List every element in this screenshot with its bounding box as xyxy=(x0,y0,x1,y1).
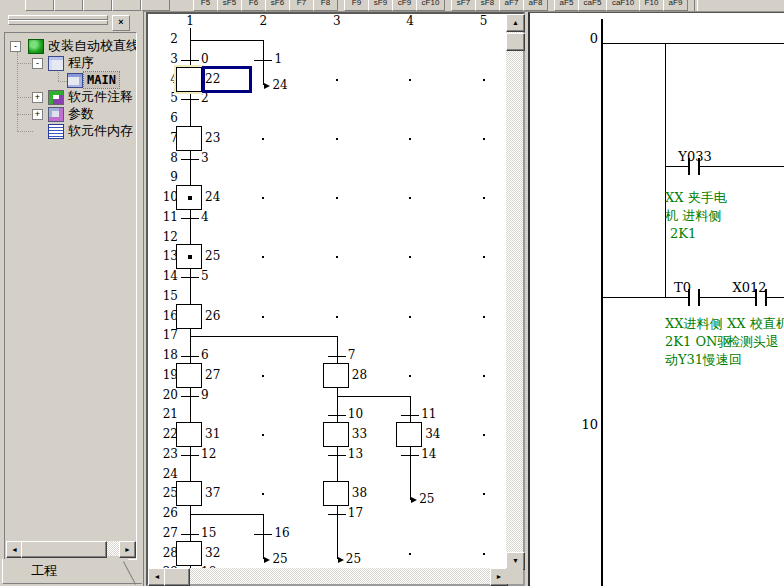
project-panel: × -改装自动校直线-程序MAIN+软元件注释+参数软元件内存 ◄ ► 工程 xyxy=(0,11,144,586)
scrollbar-thumb[interactable] xyxy=(21,541,107,558)
sfc-transition[interactable] xyxy=(328,356,346,357)
sfc-transition[interactable] xyxy=(401,415,419,416)
sfc-step-label: 33 xyxy=(352,427,367,441)
sfc-step-box[interactable] xyxy=(323,422,349,447)
sfc-transition[interactable] xyxy=(181,218,199,219)
toolbar-icon-button[interactable] xyxy=(25,0,54,11)
sfc-transition[interactable] xyxy=(328,514,346,515)
sfc-empty-cell-dot xyxy=(483,553,485,555)
sfc-step-box[interactable] xyxy=(396,422,422,447)
toolbar-fkey-button-F7[interactable]: F7 xyxy=(289,0,314,11)
toolbar-fkey-button-sF6[interactable]: sF6 xyxy=(265,0,290,11)
sfc-transition[interactable] xyxy=(401,455,419,456)
scrollbar-track[interactable] xyxy=(506,14,523,568)
sfc-col-label: 2 xyxy=(253,14,273,28)
ladder-editor-window[interactable]: 0 10 Y033 XX 夹手电 机 进料侧 2K1 T0 X012 XX进料侧… xyxy=(528,12,784,586)
sfc-row-label: 16 xyxy=(156,309,178,323)
sfc-transition[interactable] xyxy=(181,396,199,397)
sfc-step-box[interactable] xyxy=(323,363,349,388)
tree-expander-icon[interactable]: - xyxy=(10,41,21,52)
toolbar-fkey-button-F6[interactable]: F6 xyxy=(241,0,266,11)
toolbar-icon-button[interactable] xyxy=(112,0,141,11)
sfc-jump-arrow-icon[interactable] xyxy=(411,497,417,503)
toolbar-fkey-button-caF5[interactable]: caF5 xyxy=(578,0,607,11)
sfc-transition[interactable] xyxy=(181,159,199,160)
sfc-row-label: 6 xyxy=(156,111,178,125)
tree-item-node[interactable]: 软元件内存 xyxy=(65,123,136,139)
panel-grip-handle[interactable] xyxy=(8,20,108,25)
toolbar-fkey-button-sF9[interactable]: sF9 xyxy=(368,0,393,11)
toolbar-icon-button[interactable] xyxy=(83,0,112,11)
sfc-empty-cell-dot xyxy=(262,197,264,199)
tree-item-root[interactable]: 改装自动校直线 xyxy=(45,38,137,54)
sfc-transition[interactable] xyxy=(181,99,199,100)
sfc-transition[interactable] xyxy=(254,534,272,535)
sfc-step-box[interactable] xyxy=(323,481,349,506)
sfc-step-box[interactable] xyxy=(176,126,202,151)
sfc-step-box[interactable] xyxy=(176,422,202,447)
toolbar-fkey-button-F9[interactable]: F9 xyxy=(344,0,369,11)
sfc-empty-cell-dot xyxy=(483,197,485,199)
tree-expander-icon[interactable]: - xyxy=(32,58,43,69)
sfc-row-label: 12 xyxy=(156,230,178,244)
scroll-right-icon[interactable]: ► xyxy=(119,541,136,558)
toolbar-icon-button[interactable] xyxy=(54,0,83,11)
toolbar-fkey-button-caF10[interactable]: caF10 xyxy=(606,0,640,11)
toolbar-icon-button[interactable] xyxy=(141,0,170,11)
sfc-empty-cell-dot xyxy=(409,553,411,555)
sfc-transition[interactable] xyxy=(254,60,272,61)
sfc-transition-label: 13 xyxy=(348,447,363,461)
tree-connector xyxy=(58,81,67,82)
ladder-rung-line xyxy=(601,43,784,44)
sfc-transition-label: 3 xyxy=(201,151,209,165)
toolbar-fkey-button-aF9[interactable]: aF9 xyxy=(663,0,688,11)
close-icon[interactable]: × xyxy=(112,15,130,31)
sfc-transition[interactable] xyxy=(181,356,199,357)
toolbar-fkey-button-cF10[interactable]: cF10 xyxy=(416,0,445,11)
toolbar-fkey-button-sF7[interactable]: sF7 xyxy=(451,0,476,11)
sfc-step-box[interactable] xyxy=(176,541,202,566)
toolbar-fkey-button-F10[interactable]: F10 xyxy=(639,0,664,11)
sfc-diagram[interactable]: 1234523456789101112131415161718192021222… xyxy=(148,14,506,568)
tree-expander-icon[interactable]: + xyxy=(32,109,43,120)
sfc-row-label: 19 xyxy=(156,368,178,382)
tree-item-node[interactable]: 软元件注释 xyxy=(65,89,136,105)
sfc-transition[interactable] xyxy=(181,534,199,535)
sfc-step-box[interactable] xyxy=(176,304,202,329)
tree-item-node[interactable]: MAIN xyxy=(84,72,119,88)
sfc-step-box[interactable] xyxy=(176,67,202,92)
toolbar-fkey-button-aF5[interactable]: aF5 xyxy=(554,0,579,11)
sfc-transition-label: 4 xyxy=(201,210,209,224)
scrollbar-track[interactable] xyxy=(148,568,506,584)
sfc-row-label: 13 xyxy=(156,249,178,263)
toolbar-fkey-button-sF8[interactable]: sF8 xyxy=(475,0,500,11)
toolbar-fkey-button-aF7[interactable]: aF7 xyxy=(499,0,524,11)
sfc-jump-arrow-icon[interactable] xyxy=(338,557,344,563)
toolbar-fkey-button-F8[interactable]: F8 xyxy=(313,0,338,11)
sfc-step-box[interactable] xyxy=(176,363,202,388)
ladder-rung-line xyxy=(665,166,784,167)
sfc-transition[interactable] xyxy=(181,277,199,278)
sfc-transition[interactable] xyxy=(181,60,199,61)
sfc-transition[interactable] xyxy=(328,455,346,456)
toolbar-fkey-button-aF8[interactable]: aF8 xyxy=(523,0,548,11)
tree-expander-icon[interactable]: + xyxy=(32,92,43,103)
toolbar-fkey-button-F5[interactable]: F5 xyxy=(193,0,218,11)
tree-item-node[interactable]: 程序 xyxy=(65,55,97,71)
toolbar-fkey-button-sF5[interactable]: sF5 xyxy=(217,0,242,11)
sfc-jump-arrow-icon[interactable] xyxy=(264,557,270,563)
sfc-empty-cell-dot xyxy=(262,316,264,318)
sfc-step-box[interactable] xyxy=(176,481,202,506)
toolbar-fkey-button-cF9[interactable]: cF9 xyxy=(392,0,417,11)
sfc-jump-label: 24 xyxy=(272,78,287,92)
sfc-jump-arrow-icon[interactable] xyxy=(264,83,270,89)
sfc-jump-label: 25 xyxy=(419,492,434,506)
sfc-transition[interactable] xyxy=(328,415,346,416)
scrollbar-thumb[interactable] xyxy=(506,33,525,51)
sfc-row-label: 18 xyxy=(156,348,178,362)
scrollbar-thumb[interactable] xyxy=(164,568,190,586)
tree-item-node[interactable]: 参数 xyxy=(65,106,97,122)
sfc-transition[interactable] xyxy=(181,455,199,456)
param-icon xyxy=(48,107,64,122)
scroll-up-icon[interactable]: ▲ xyxy=(506,14,525,32)
